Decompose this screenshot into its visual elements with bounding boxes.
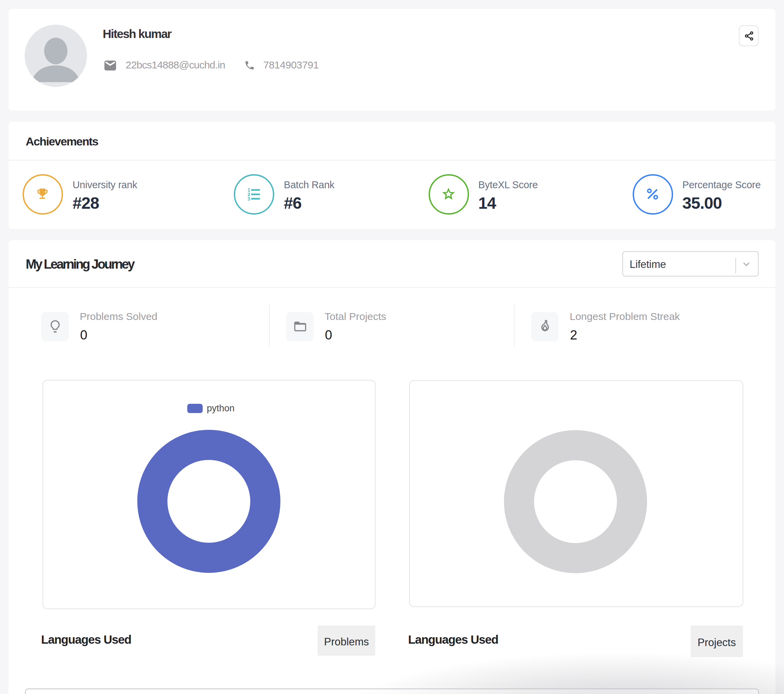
svg-text:3: 3 xyxy=(247,196,250,202)
